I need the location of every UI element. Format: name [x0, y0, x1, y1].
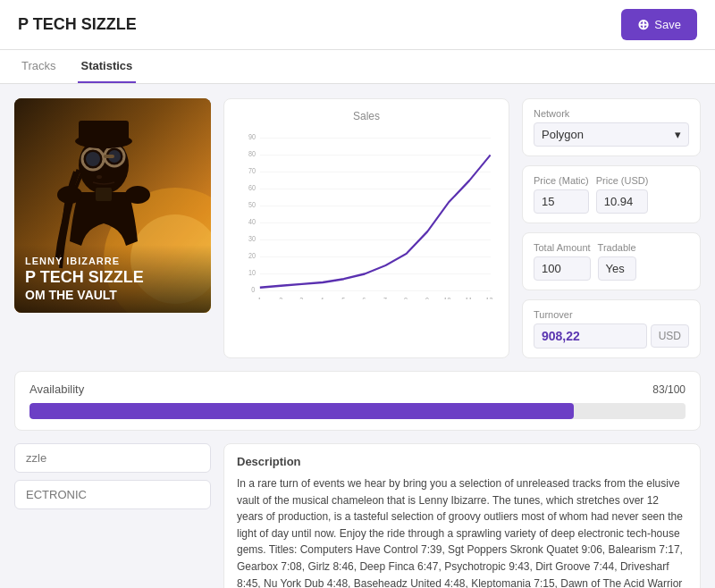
avail-header: Availability 83/100	[29, 382, 686, 396]
availability-count: 83/100	[652, 383, 686, 396]
description-title: Description	[237, 455, 687, 468]
album-cover-overlay: LENNY IBIZARRE P TECH SIZZLE OM THE VAUL…	[14, 245, 211, 313]
svg-text:80: 80	[248, 150, 257, 159]
description-text: In a rare turn of events we hear by brin…	[237, 475, 687, 588]
album-title: P TECH SIZZLE	[25, 268, 200, 288]
svg-point-5	[86, 152, 100, 166]
svg-text:7: 7	[383, 296, 387, 299]
price-matic-label: Price (Matic)	[534, 175, 589, 186]
price-row: Price (Matic) 15 Price (USD) 10.94	[534, 175, 689, 214]
total-amount-value[interactable]: 100	[534, 256, 591, 281]
network-select[interactable]: Polygon ▾	[534, 122, 689, 147]
page-title: P TECH SIZZLE	[18, 15, 137, 34]
progress-bar-fill	[29, 403, 574, 419]
left-fields	[14, 443, 211, 588]
field-ectronic[interactable]	[14, 480, 211, 509]
svg-text:60: 60	[248, 184, 257, 193]
top-section: LENNY IBIZARRE P TECH SIZZLE OM THE VAUL…	[14, 98, 701, 358]
turnover-row: 908,22 USD	[534, 323, 689, 349]
svg-rect-13	[96, 188, 112, 201]
svg-text:10: 10	[248, 269, 257, 278]
svg-text:2: 2	[279, 296, 282, 299]
price-usd-label: Price (USD)	[596, 175, 649, 186]
price-fields: Price (Matic) 15 Price (USD) 10.94	[522, 165, 701, 223]
save-button[interactable]: ⊕ Save	[621, 9, 697, 40]
album-subtitle: OM THE VAULT	[25, 288, 200, 302]
chart-title: Sales	[239, 110, 494, 122]
amount-tradable-row: Total Amount 100 Tradable Yes	[534, 242, 689, 281]
top-bar: P TECH SIZZLE ⊕ Save	[0, 0, 715, 50]
svg-text:90: 90	[248, 133, 257, 142]
svg-text:30: 30	[248, 235, 257, 244]
svg-text:4: 4	[320, 296, 324, 299]
svg-rect-10	[79, 121, 129, 143]
svg-text:70: 70	[248, 167, 257, 176]
svg-text:5: 5	[341, 296, 346, 299]
svg-text:0: 0	[251, 286, 256, 295]
network-label: Network	[534, 108, 689, 119]
svg-text:12: 12	[485, 296, 492, 299]
svg-text:40: 40	[248, 218, 257, 227]
svg-text:50: 50	[248, 201, 257, 210]
turnover-field: Turnover 908,22 USD	[522, 299, 701, 358]
svg-text:6: 6	[362, 296, 366, 299]
album-artist: LENNY IBIZARRE	[25, 256, 200, 266]
chart-section: Sales 0 10 20 30 40 50 60 70 80 90	[223, 98, 509, 358]
svg-text:3: 3	[299, 296, 304, 299]
availability-section: Availability 83/100	[14, 371, 701, 431]
svg-text:1: 1	[257, 296, 261, 299]
price-usd-value[interactable]: 10.94	[596, 189, 649, 214]
tradable-label: Tradable	[598, 242, 636, 253]
svg-rect-8	[104, 155, 114, 158]
svg-text:8: 8	[404, 296, 408, 299]
amount-tradable-fields: Total Amount 100 Tradable Yes	[522, 232, 701, 290]
svg-point-14	[97, 175, 102, 179]
chevron-down-icon: ▾	[675, 128, 681, 141]
svg-text:10: 10	[444, 296, 452, 299]
chart-area: 0 10 20 30 40 50 60 70 80 90	[239, 130, 494, 299]
main-content: LENNY IBIZARRE P TECH SIZZLE OM THE VAUL…	[0, 84, 715, 588]
bottom-section: Description In a rare turn of events we …	[14, 443, 701, 588]
svg-text:9: 9	[425, 296, 429, 299]
price-matic-value[interactable]: 15	[534, 189, 589, 214]
right-panel: Network Polygon ▾ Price (Matic) 15 Price…	[522, 98, 701, 358]
field-zzle[interactable]	[14, 443, 211, 473]
tab-tracks[interactable]: Tracks	[18, 50, 60, 83]
svg-text:11: 11	[465, 296, 472, 299]
currency-badge: USD	[651, 324, 689, 348]
svg-text:20: 20	[248, 252, 257, 261]
total-amount-label: Total Amount	[534, 242, 591, 253]
description-section: Description In a rare turn of events we …	[223, 443, 701, 588]
plus-icon: ⊕	[637, 16, 649, 33]
tab-statistics[interactable]: Statistics	[78, 50, 137, 83]
svg-point-12	[125, 186, 150, 204]
turnover-label: Turnover	[534, 309, 689, 320]
svg-point-11	[57, 186, 82, 204]
progress-bar-bg	[29, 403, 686, 419]
tab-bar: Tracks Statistics	[0, 50, 715, 84]
network-field: Network Polygon ▾	[522, 98, 701, 156]
turnover-value[interactable]: 908,22	[534, 323, 647, 349]
album-cover: LENNY IBIZARRE P TECH SIZZLE OM THE VAUL…	[14, 98, 211, 313]
availability-label: Availability	[29, 382, 84, 396]
tradable-value[interactable]: Yes	[598, 256, 636, 281]
